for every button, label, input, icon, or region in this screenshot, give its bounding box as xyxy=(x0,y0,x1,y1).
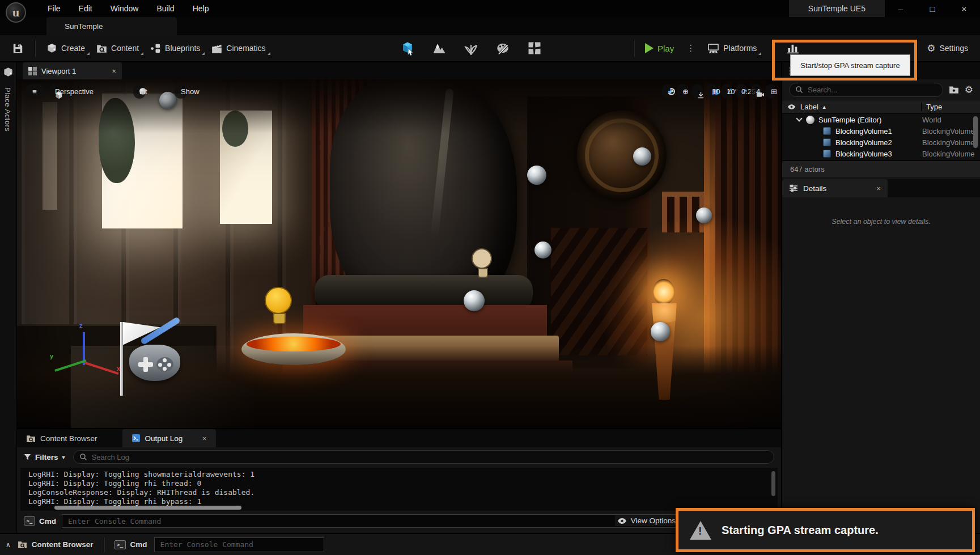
grid-snap-control[interactable]: ▦10 xyxy=(706,84,718,99)
editor-modes xyxy=(400,35,542,61)
log-search-box[interactable] xyxy=(73,450,774,464)
type-column-header[interactable]: Type xyxy=(921,103,980,111)
menu-help[interactable]: Help xyxy=(185,2,217,15)
vertical-scrollbar[interactable] xyxy=(771,471,775,496)
unreal-logo-icon[interactable]: u xyxy=(6,2,26,23)
dropdown-corner xyxy=(202,52,205,55)
log-filters-button[interactable]: Filters ▾ xyxy=(24,453,65,461)
save-button[interactable] xyxy=(7,40,29,57)
fracture-mode-icon[interactable] xyxy=(527,41,542,56)
terminal-icon: >_ xyxy=(114,540,126,549)
visibility-eye-icon[interactable] xyxy=(782,104,800,110)
view-options-button[interactable]: View Options xyxy=(615,515,678,526)
minimize-button[interactable]: – xyxy=(885,0,917,17)
place-actors-strip[interactable]: Place Actors xyxy=(0,62,17,533)
content-folder-icon xyxy=(96,43,107,54)
quad-view-toggle[interactable]: ⊞ xyxy=(765,84,777,99)
log-search-input[interactable] xyxy=(92,453,768,461)
cmd-label-chip: >_ Cmd xyxy=(24,516,56,526)
funnel-icon xyxy=(24,454,31,461)
outliner-row[interactable]: BlockingVolume3 BlockingVolume xyxy=(782,148,980,159)
content-browser-icon xyxy=(18,540,27,549)
main-menu: File Edit Window Build Help xyxy=(40,2,217,15)
outliner-scrollbar[interactable] xyxy=(973,116,978,148)
close-button[interactable]: × xyxy=(948,0,980,17)
paint-mode-icon[interactable] xyxy=(495,41,510,56)
outliner-search-input[interactable] xyxy=(808,86,937,94)
scale-snap-control[interactable]: ↗0.25 xyxy=(736,84,747,99)
blueprints-button[interactable]: Blueprints xyxy=(145,40,206,57)
platforms-icon xyxy=(707,43,719,54)
platforms-button[interactable]: Platforms xyxy=(702,40,762,57)
expand-chevron-icon[interactable] xyxy=(796,115,802,121)
settings-button[interactable]: ⚙ Settings xyxy=(927,35,972,61)
close-icon[interactable]: × xyxy=(202,434,207,443)
camera-speed-control[interactable]: 4 xyxy=(750,84,762,99)
statusbar-console-box[interactable] xyxy=(154,537,324,552)
log-output-area[interactable]: LogRHI: Display: Toggling showmaterialdr… xyxy=(20,468,778,511)
content-browser-icon xyxy=(26,434,36,443)
viewport-scene[interactable]: z x y ≡ Perspective Lit Show xyxy=(17,79,781,428)
output-log-tab[interactable]: Output Log × xyxy=(122,429,216,447)
scene-flag-pole xyxy=(120,322,123,396)
unreal-editor-window: u File Edit Window Build Help SunTemple … xyxy=(0,0,980,555)
lit-mode-selector[interactable]: Lit xyxy=(133,84,146,99)
blocking-volume-icon xyxy=(823,150,831,158)
close-icon[interactable]: × xyxy=(112,67,116,75)
gpa-notification: Starting GPA stream capture. xyxy=(676,508,975,552)
show-flags-menu[interactable]: Show xyxy=(175,84,187,99)
log-line: LogConsoleResponse: Display: RHIThread i… xyxy=(28,488,778,497)
surface-snapping-toggle[interactable] xyxy=(691,84,703,99)
foliage-mode-icon[interactable] xyxy=(464,41,478,56)
player-start-gamepad-icon[interactable] xyxy=(129,345,180,381)
horizontal-scrollbar[interactable] xyxy=(54,506,241,510)
create-button[interactable]: Create xyxy=(41,40,91,57)
outliner-row[interactable]: BlockingVolume2 BlockingVolume xyxy=(782,137,980,148)
menu-file[interactable]: File xyxy=(40,2,69,15)
label-column-header[interactable]: Label▲ xyxy=(800,103,921,111)
log-line: LogRHI: Display: Toggling showmaterialdr… xyxy=(28,470,778,479)
viewport-transform-toolbar: ✛ ↗ ⊕ ▦10 ∠10° ↗0.25 4 ⊞ xyxy=(662,84,777,99)
save-icon xyxy=(12,43,23,54)
content-browser-tab[interactable]: Content Browser xyxy=(17,429,107,447)
viewport-options-menu[interactable]: ≡ xyxy=(25,84,44,99)
play-button[interactable]: Play xyxy=(639,40,680,57)
close-icon[interactable]: × xyxy=(876,184,881,193)
gpa-tooltip: Start/stop GPA stream capture xyxy=(790,54,910,76)
outliner-settings-gear-icon[interactable]: ⚙ xyxy=(965,84,973,96)
statusbar-content-browser-button[interactable]: Content Browser xyxy=(18,540,94,549)
output-log-icon xyxy=(131,434,141,443)
select-mode-icon[interactable] xyxy=(400,41,415,56)
z-axis-label: z xyxy=(79,322,83,329)
perspective-selector[interactable]: Perspective xyxy=(49,84,61,99)
viewport-grid-icon xyxy=(28,67,37,75)
outliner-search-box[interactable] xyxy=(789,83,943,97)
details-tab[interactable]: Details × xyxy=(782,179,888,197)
scale-tool-icon[interactable]: ↗ xyxy=(668,87,674,96)
place-actors-label: Place Actors xyxy=(3,87,12,132)
landscape-mode-icon[interactable] xyxy=(432,41,447,56)
maximize-button[interactable]: □ xyxy=(917,0,948,17)
outliner-row-world[interactable]: SunTemple (Editor) World xyxy=(782,114,980,125)
statusbar-console-input[interactable] xyxy=(160,540,318,549)
play-options-kebab-icon[interactable]: ⋮ xyxy=(684,43,697,53)
expand-drawer-icon[interactable]: ∧ xyxy=(6,541,11,549)
dropdown-corner xyxy=(758,52,761,55)
window-controls: – □ × xyxy=(885,0,980,17)
rotation-snap-control[interactable]: ∠10° xyxy=(721,84,732,99)
menu-build[interactable]: Build xyxy=(149,2,182,15)
cinematics-button[interactable]: Cinematics xyxy=(206,40,271,57)
world-space-toggle[interactable]: ⊕ xyxy=(677,84,688,99)
menu-window[interactable]: Window xyxy=(103,2,147,15)
world-axis-gizmo: z x y xyxy=(50,322,118,396)
content-button[interactable]: Content xyxy=(91,40,145,57)
outliner-row[interactable]: BlockingVolume1 BlockingVolume xyxy=(782,125,980,137)
blueprints-icon xyxy=(150,43,161,54)
actor-count-status: 647 actors xyxy=(782,160,980,177)
viewport-tab[interactable]: Viewport 1 × xyxy=(23,62,122,79)
place-actor-icon xyxy=(3,67,14,78)
new-folder-icon[interactable] xyxy=(949,85,959,94)
eye-icon xyxy=(617,518,627,524)
project-tab-suntemple[interactable]: SunTemple xyxy=(46,17,177,35)
menu-edit[interactable]: Edit xyxy=(71,2,100,15)
